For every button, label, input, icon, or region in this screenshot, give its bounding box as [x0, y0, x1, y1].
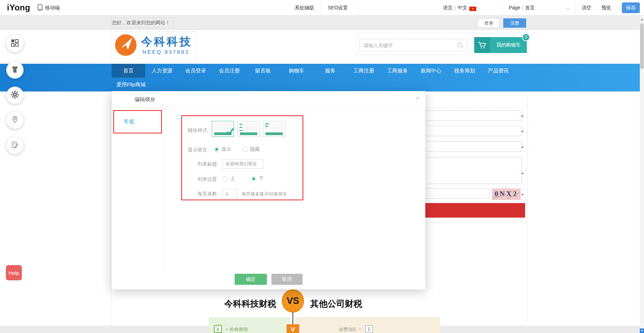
comparison-right-title: 其他公司财税: [298, 298, 374, 309]
required-mark: *: [522, 193, 523, 198]
cancel-button[interactable]: 取消: [271, 274, 303, 285]
cart-count-badge: 0: [522, 33, 530, 41]
china-flag-icon: ★: [469, 7, 476, 11]
style-option-2[interactable]: [237, 121, 260, 137]
nav-item-news-center[interactable]: 新闻中心: [414, 64, 448, 78]
per-page-input[interactable]: [223, 189, 237, 199]
thumb-dash: [265, 123, 269, 124]
help-button[interactable]: Help: [6, 265, 22, 280]
seo-settings-link[interactable]: SEO设置: [328, 5, 348, 11]
nav-item-services[interactable]: 服务: [313, 64, 347, 78]
required-mark: *: [522, 114, 523, 120]
tool-layout-button[interactable]: [6, 35, 24, 52]
chevron-down-icon: [566, 6, 570, 10]
scrollbar[interactable]: [640, 16, 644, 333]
site-logo-module[interactable]: 今科科技 NEEQ:837882: [111, 31, 196, 62]
confirm-button[interactable]: 确定: [235, 274, 267, 285]
tool-settings-button[interactable]: [6, 87, 24, 104]
per-page-hint: 每页最多显示50条留言: [242, 191, 287, 197]
nav-item-home[interactable]: 首页: [112, 64, 145, 78]
bullet-icon: •: [359, 327, 361, 332]
builder-topbar: iYong 移动端 系统辅助 SEO设置 语言：中文★ Page：首页 清空 预…: [0, 0, 644, 16]
close-icon[interactable]: ×: [415, 95, 420, 102]
thumb-dash: [265, 126, 268, 127]
nav-item-tax-planning[interactable]: 税务筹划: [448, 64, 481, 78]
nav-item-cart[interactable]: 购物车: [280, 64, 313, 78]
module-style-label: 模块样式: [188, 128, 207, 134]
my-cart-button[interactable]: 我的购物车 0: [474, 37, 527, 53]
position-radio-group: 上 下: [223, 175, 263, 182]
nav-item-business-services[interactable]: 工商服务: [381, 64, 414, 78]
nav-item-business-register[interactable]: 工商注册: [347, 64, 381, 78]
tab-highlight-box: 常规: [113, 110, 162, 133]
list-title-input[interactable]: [223, 159, 263, 169]
divider: [321, 0, 321, 16]
page-selector-dropdown[interactable]: Page：首页: [509, 5, 569, 11]
thumb-dash: [240, 124, 242, 125]
nav-item-product-info[interactable]: 产品资讯: [481, 64, 515, 78]
radio-bottom-label: 下: [259, 176, 263, 181]
nav-item-member-login[interactable]: 会员登录: [179, 64, 212, 78]
nav-item-flip-mall[interactable]: 爱用Flip商城: [112, 78, 150, 91]
mobile-view-toggle[interactable]: 移动端: [37, 4, 60, 12]
site-navbar: 首页 人力资源 会员登录 会员注册 留言板 购物车 服务 工商注册 工商服务 新…: [0, 64, 644, 91]
register-button[interactable]: 注册: [503, 18, 526, 28]
list-position-label: 列表位置: [198, 176, 217, 183]
required-mark: *: [522, 130, 523, 135]
greeting-text: 您好，欢迎来到您的网站！: [111, 18, 174, 28]
comparison-left-title: 今科科技财税: [212, 298, 288, 309]
thumb-footer-bar: [266, 132, 283, 135]
scroll-up-arrow-icon[interactable]: [641, 18, 643, 20]
radio-position-top[interactable]: [223, 176, 228, 182]
tab-general[interactable]: 常规: [124, 119, 134, 125]
nav-item-member-register[interactable]: 会员注册: [212, 64, 246, 78]
tool-shop-button[interactable]: [6, 61, 24, 79]
logo-arrow-icon: [115, 34, 137, 56]
show-message-label: 显示留言: [188, 147, 207, 153]
search-box: [359, 39, 467, 52]
radio-position-bottom[interactable]: [251, 176, 256, 182]
thumb-dash: [240, 127, 242, 128]
site-header: 今科科技 NEEQ:837882 我的购物车 0: [0, 30, 644, 64]
radio-show-label: 显示: [221, 146, 231, 152]
vs-connector-line: [293, 313, 293, 325]
thumb-bar: [243, 123, 257, 125]
tool-location-button[interactable]: [6, 112, 24, 129]
dialog-header: 编辑模块 ×: [112, 91, 425, 108]
scrollbar-thumb[interactable]: [640, 23, 644, 69]
language-selector[interactable]: 语言：中文★: [443, 5, 476, 11]
nav-item-message-board[interactable]: 留言板: [246, 64, 280, 78]
gear-icon: [10, 90, 19, 100]
system-help-link[interactable]: 系统辅助: [295, 5, 314, 11]
login-button[interactable]: 登录: [478, 18, 500, 28]
cart-label: 我的购物车: [490, 37, 527, 53]
clear-button[interactable]: 清空: [582, 5, 591, 11]
tool-edit-button[interactable]: [6, 137, 24, 154]
style-option-1[interactable]: [212, 121, 234, 137]
show-radio-group: 显示 隐藏: [214, 146, 260, 152]
nav-item-hr[interactable]: 人力资源: [145, 64, 179, 78]
left-item-text: •价格透明: [226, 326, 248, 333]
vs-small-badge: V: [287, 324, 299, 333]
radio-hide[interactable]: [242, 147, 248, 152]
required-mark: *: [522, 145, 523, 150]
thumb-bar: [214, 123, 232, 125]
search-input[interactable]: [359, 39, 467, 51]
language-label: 语言：中文: [443, 5, 467, 10]
search-icon[interactable]: [456, 42, 464, 51]
preview-button[interactable]: 预览: [601, 5, 611, 11]
settings-highlight-box: 模块样式: [181, 115, 303, 200]
thumb-dash: [240, 130, 242, 131]
cart-icon: [474, 37, 490, 53]
thumb-bar: [243, 129, 257, 130]
save-button[interactable]: 保存: [622, 2, 640, 13]
dialog-title: 编辑模块: [134, 96, 155, 103]
location-pin-icon: [11, 115, 19, 125]
divider: [358, 0, 358, 16]
radio-show[interactable]: [214, 147, 219, 152]
style-option-3[interactable]: [263, 121, 285, 137]
vs-badge: VS: [282, 289, 304, 313]
captcha-image[interactable]: 0NX2: [492, 189, 521, 200]
scroll-down-button[interactable]: [640, 328, 644, 333]
bullet-icon: •: [226, 327, 228, 332]
